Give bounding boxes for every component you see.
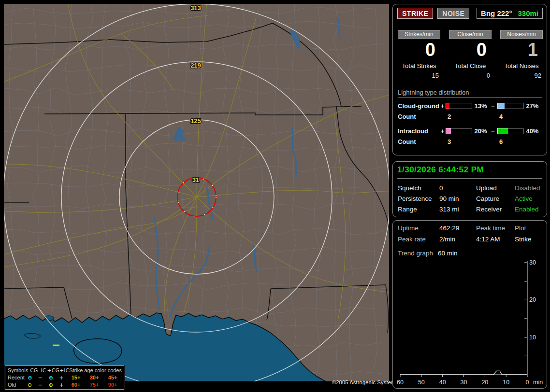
plus-sign: + [439, 102, 445, 110]
cg-plus-bar [446, 103, 472, 109]
svg-text:10: 10 [529, 334, 536, 341]
plot-label: Plot [515, 224, 542, 232]
age-75: 75+ [85, 381, 103, 389]
recent-neg-ic-icon: − [35, 374, 46, 381]
trend-graph-window: 60 min [438, 250, 458, 257]
ic-minus-bar [497, 128, 524, 134]
cg-minus-bar [497, 103, 524, 109]
minus-sign: − [490, 102, 496, 110]
svg-text:20: 20 [529, 296, 536, 303]
persistence-label: Persistence [398, 195, 439, 202]
legend-old-label: Old [8, 381, 24, 389]
rate-columns: Strikes/min 0 Total Strikes 15 Close/min… [393, 19, 547, 79]
range-label: Range [398, 206, 439, 213]
minus-sign: − [490, 127, 496, 135]
age-15: 15+ [67, 374, 85, 381]
distance-value: 330mi [518, 9, 538, 17]
intracloud-count-row: Count 3 6 [398, 138, 542, 145]
intracloud-row: Intracloud + 20% − 40% [398, 127, 542, 135]
cg-minus-percent: 27% [526, 102, 542, 110]
stats-trend-panel: Uptime 462:29 Peak time Plot Peak rate 2… [392, 220, 547, 389]
strikes-per-min-value: 0 [398, 40, 440, 60]
total-strikes-value: 15 [398, 72, 440, 79]
range-value: 313 mi [439, 206, 476, 213]
lightning-map[interactable]: 31321912531 [4, 4, 389, 381]
svg-text:30: 30 [529, 259, 536, 266]
status-grid: Squelch 0 Upload Disabled Persistence 90… [398, 184, 542, 213]
svg-text:60: 60 [397, 379, 404, 386]
noises-per-min-value: 1 [500, 40, 543, 60]
svg-text:50: 50 [418, 379, 425, 386]
svg-text:31: 31 [192, 176, 199, 183]
legend-recent-label: Recent [8, 374, 25, 381]
ic-minus-percent: 40% [526, 127, 542, 135]
plus-sign: + [439, 127, 445, 135]
cg-plus-percent: 13% [475, 102, 491, 110]
peak-time-label: Peak time [476, 224, 515, 232]
age-60: 60+ [67, 381, 85, 389]
legend-neg-ic-header: -IC [38, 367, 47, 374]
legend-age-header: Strike age color codes [69, 367, 122, 374]
squelch-label: Squelch [398, 184, 439, 192]
distribution-title: Lightning type distribution [398, 89, 542, 98]
cloud-ground-row: Cloud-ground + 13% − 27% [398, 102, 542, 110]
capture-value: Active [515, 195, 542, 202]
cg-plus-count: 2 [448, 113, 499, 120]
uptime-value: 462:29 [439, 224, 476, 232]
count-label: Count [398, 113, 448, 120]
recent-pos-ic-icon: + [56, 374, 67, 381]
uptime-label: Uptime [398, 224, 439, 232]
total-noises-value: 92 [500, 72, 543, 79]
old-neg-ic-icon: − [35, 381, 45, 389]
persistence-value: 90 min [439, 195, 476, 202]
upload-value: Disabled [515, 184, 542, 192]
total-noises-label: Total Noises [500, 62, 543, 70]
receiver-value: Enabled [515, 206, 542, 213]
svg-text:30: 30 [461, 379, 467, 386]
cloud-ground-count-row: Count 2 4 [398, 113, 542, 120]
svg-text:0: 0 [526, 379, 529, 386]
close-per-min-chip: Close/min [449, 30, 492, 39]
trend-graph-label: Trend graph [398, 250, 433, 257]
svg-text:125: 125 [190, 117, 201, 125]
noises-column: Noises/min 1 Total Noises 92 [500, 30, 543, 79]
total-strikes-label: Total Strikes [398, 62, 440, 70]
total-close-label: Total Close [449, 62, 492, 70]
stats-grid: Uptime 462:29 Peak time Plot Peak rate 2… [398, 224, 542, 243]
trend-graph-row: Trend graph 60 min [398, 250, 542, 257]
legend-pos-cg-header: +CG [47, 367, 59, 374]
noises-per-min-chip: Noises/min [500, 30, 543, 39]
ic-minus-count: 6 [499, 138, 503, 145]
ic-plus-bar [446, 128, 472, 134]
old-neg-cg-icon: ⊖ [24, 381, 35, 389]
close-column: Close/min 0 Total Close 0 [449, 30, 492, 79]
svg-text:219: 219 [190, 62, 201, 69]
upload-label: Upload [476, 184, 515, 192]
noise-button[interactable]: NOISE [437, 8, 469, 19]
strikes-column: Strikes/min 0 Total Strikes 15 [398, 30, 440, 79]
svg-text:40: 40 [439, 379, 446, 386]
age-30: 30+ [85, 374, 103, 381]
strike-button[interactable]: STRIKE [397, 8, 433, 19]
ic-plus-count: 3 [448, 138, 499, 145]
cg-minus-count: 4 [499, 113, 503, 120]
svg-text:313: 313 [190, 4, 201, 12]
bearing-readout: Bng 222° 330mi [477, 8, 543, 19]
recent-pos-cg-icon: ⊕ [45, 374, 56, 381]
datetime-display: 1/30/2026 6:44:52 PM [397, 165, 542, 179]
old-pos-cg-icon: ⊕ [45, 381, 56, 389]
total-close-value: 0 [449, 72, 492, 79]
copyright-text: ©2005 Astrogenic Systems [332, 379, 398, 385]
trend-graph: 6050403020100min102030 [393, 221, 547, 388]
recent-neg-cg-icon: ⊖ [25, 374, 35, 381]
age-90: 90+ [103, 381, 122, 389]
status-panel: 1/30/2026 6:44:52 PM Squelch 0 Upload Di… [392, 161, 547, 217]
capture-label: Capture [476, 195, 515, 202]
svg-text:20: 20 [481, 379, 488, 386]
cloud-ground-label: Cloud-ground [398, 102, 439, 110]
legend-neg-cg-header: -CG [28, 367, 38, 374]
map-legend: Symbols -CG -IC +CG +IC Strike age color… [5, 365, 124, 390]
mode-button-row: STRIKE NOISE Bng 222° 330mi [393, 4, 547, 19]
svg-text:min: min [533, 379, 543, 386]
svg-text:10: 10 [503, 379, 509, 386]
